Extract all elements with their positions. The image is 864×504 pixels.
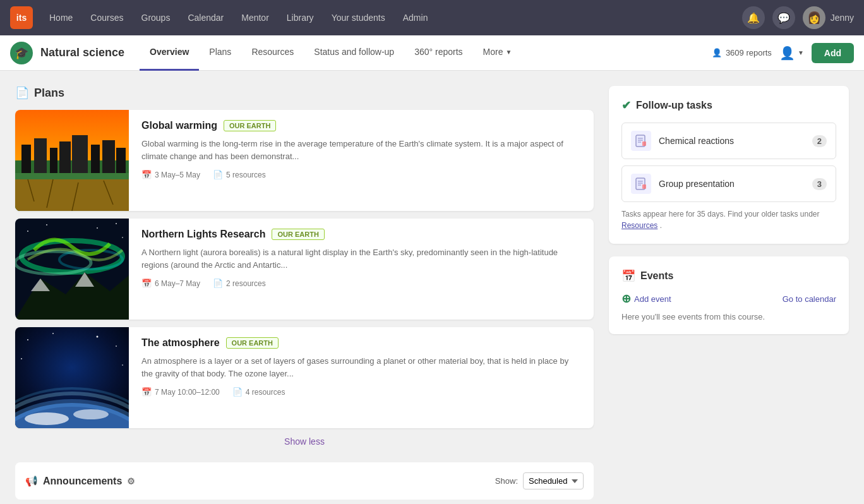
svg-rect-45 xyxy=(642,141,646,146)
plan-title-global-warming: Global warming xyxy=(141,120,217,131)
events-actions: ⊕ Add event Go to calendar xyxy=(621,292,836,306)
plan-tag-global-warming: OUR EARTH xyxy=(224,120,276,131)
show-less-link[interactable]: Show less xyxy=(284,436,325,447)
plan-date-global-warming: 📅 3 May–5 May xyxy=(141,170,200,179)
svg-point-34 xyxy=(73,409,109,419)
events-header: 📅 Events xyxy=(621,269,836,283)
show-less-section: Show less xyxy=(15,436,594,447)
svg-point-36 xyxy=(52,333,54,334)
user-name: Jenny xyxy=(831,13,854,23)
atmosphere-image xyxy=(15,327,129,428)
nav-mentor[interactable]: Mentor xyxy=(235,8,275,28)
course-icon: 🎓 xyxy=(10,42,33,64)
announcements-header: 📢 Announcements ⚙ Show: Scheduled All Dr… xyxy=(25,472,584,489)
sub-nav-tabs: Overview Plans Resources Status and foll… xyxy=(140,35,522,71)
plan-card-global-warming[interactable]: Global warming OUR EARTH Global warming … xyxy=(15,110,594,211)
nav-your-students[interactable]: Your students xyxy=(325,8,392,28)
gear-icon[interactable]: ⚙ xyxy=(127,476,135,486)
svg-rect-13 xyxy=(91,145,100,173)
plan-meta-atmosphere: 📅 7 May 10:00–12:00 📄 4 resources xyxy=(141,387,581,397)
nav-library[interactable]: Library xyxy=(280,8,320,28)
reports-icon: 👤 xyxy=(712,48,722,57)
global-warming-image xyxy=(15,110,129,211)
reports-badge[interactable]: 👤 3609 reports xyxy=(712,48,772,57)
resources-link[interactable]: Resources xyxy=(621,221,657,230)
nav-groups[interactable]: Groups xyxy=(135,8,177,28)
add-event-label: Add event xyxy=(634,294,671,304)
follow-up-item-left-group: Group presentation xyxy=(631,174,735,194)
nav-home[interactable]: Home xyxy=(43,8,79,28)
follow-up-item-group[interactable]: Group presentation 3 xyxy=(621,165,836,202)
plan-card-atmosphere[interactable]: The atmosphere OUR EARTH An atmosphere i… xyxy=(15,327,594,428)
follow-up-label-group: Group presentation xyxy=(659,179,735,189)
notification-bell-button[interactable]: 🔔 xyxy=(742,6,765,29)
resources-icon-3: 📄 xyxy=(232,387,243,397)
follow-up-title: Follow-up tasks xyxy=(636,100,712,111)
plan-title-row-global-warming: Global warming OUR EARTH xyxy=(141,120,581,131)
plan-thumbnail-atmosphere xyxy=(15,327,129,428)
checkmark-icon: ✔ xyxy=(621,99,631,112)
plan-title-row-northern-lights: Northern Lights Research OUR EARTH xyxy=(141,229,581,240)
doc-icon-chemical xyxy=(631,131,651,151)
chevron-down-icon-user: ▼ xyxy=(798,49,804,56)
plan-content-global-warming: Global warming OUR EARTH Global warming … xyxy=(129,110,594,211)
plan-resources-northern-lights: 📄 2 resources xyxy=(213,279,266,288)
tab-more[interactable]: More ▼ xyxy=(473,35,522,71)
svg-rect-11 xyxy=(59,141,71,173)
plan-title-northern-lights: Northern Lights Research xyxy=(141,229,265,240)
svg-rect-10 xyxy=(50,148,57,173)
plan-title-atmosphere: The atmosphere xyxy=(141,337,220,349)
follow-up-item-chemical[interactable]: Chemical reactions 2 xyxy=(621,123,836,159)
show-select-area: Show: Scheduled All Draft xyxy=(495,472,584,489)
plan-card-northern-lights[interactable]: Northern Lights Research OUR EARTH A Nor… xyxy=(15,219,594,320)
nav-calendar[interactable]: Calendar xyxy=(181,8,230,28)
add-button[interactable]: Add xyxy=(812,43,854,63)
tab-resources[interactable]: Resources xyxy=(241,35,304,71)
nav-courses[interactable]: Courses xyxy=(84,8,129,28)
follow-up-label-chemical: Chemical reactions xyxy=(659,136,734,146)
plan-desc-global-warming: Global warming is the long-term rise in … xyxy=(141,138,581,162)
announcements-icon: 📢 xyxy=(25,475,38,487)
chevron-down-icon: ▼ xyxy=(505,49,512,56)
plan-title-row-atmosphere: The atmosphere OUR EARTH xyxy=(141,337,581,349)
plan-resources-atmosphere: 📄 4 resources xyxy=(232,387,285,397)
tab-overview[interactable]: Overview xyxy=(140,35,199,71)
events-empty-text: Here you'll see events from this course. xyxy=(621,312,836,321)
app-logo[interactable]: its xyxy=(10,6,33,29)
user-icon: 👤 xyxy=(779,45,795,61)
user-menu[interactable]: 👩 Jenny xyxy=(803,6,854,29)
svg-point-37 xyxy=(97,336,99,338)
tab-360-reports[interactable]: 360° reports xyxy=(404,35,472,71)
svg-rect-14 xyxy=(102,140,115,173)
messages-button[interactable]: 💬 xyxy=(772,6,795,29)
northern-lights-image xyxy=(15,219,129,320)
svg-point-27 xyxy=(122,237,123,238)
follow-up-item-left-chemical: Chemical reactions xyxy=(631,131,734,151)
plan-date-atmosphere: 📅 7 May 10:00–12:00 xyxy=(141,387,220,397)
plan-desc-atmosphere: An atmosphere is a layer or a set of lay… xyxy=(141,355,581,380)
calendar-icon: 📅 xyxy=(141,170,152,179)
top-nav-right: 🔔 💬 👩 Jenny xyxy=(742,6,854,29)
plans-section-header: 📄 Plans xyxy=(15,86,594,100)
go-to-calendar-link[interactable]: Go to calendar xyxy=(783,294,836,304)
plan-tag-atmosphere: OUR EARTH xyxy=(226,337,279,349)
svg-point-40 xyxy=(122,364,123,366)
events-section: 📅 Events ⊕ Add event Go to calendar Here… xyxy=(609,256,849,334)
follow-up-count-chemical: 2 xyxy=(812,135,827,147)
left-panel: 📄 Plans xyxy=(15,86,594,500)
plan-thumbnail-northern-lights xyxy=(15,219,129,320)
add-event-button[interactable]: ⊕ Add event xyxy=(621,292,671,306)
tab-status-followup[interactable]: Status and follow-up xyxy=(304,35,404,71)
announcements-section: 📢 Announcements ⚙ Show: Scheduled All Dr… xyxy=(15,462,594,500)
plan-content-atmosphere: The atmosphere OUR EARTH An atmosphere i… xyxy=(129,327,594,428)
nav-admin[interactable]: Admin xyxy=(397,8,435,28)
tab-plans[interactable]: Plans xyxy=(199,35,241,71)
plan-meta-northern-lights: 📅 6 May–7 May 📄 2 resources xyxy=(141,279,581,288)
calendar-icon-3: 📅 xyxy=(141,387,152,397)
user-switcher[interactable]: 👤 ▼ xyxy=(779,45,804,61)
svg-point-38 xyxy=(116,345,117,347)
show-select-dropdown[interactable]: Scheduled All Draft xyxy=(523,472,584,489)
svg-point-33 xyxy=(25,412,69,425)
plan-meta-global-warming: 📅 3 May–5 May 📄 5 resources xyxy=(141,170,581,179)
svg-rect-9 xyxy=(34,138,47,173)
